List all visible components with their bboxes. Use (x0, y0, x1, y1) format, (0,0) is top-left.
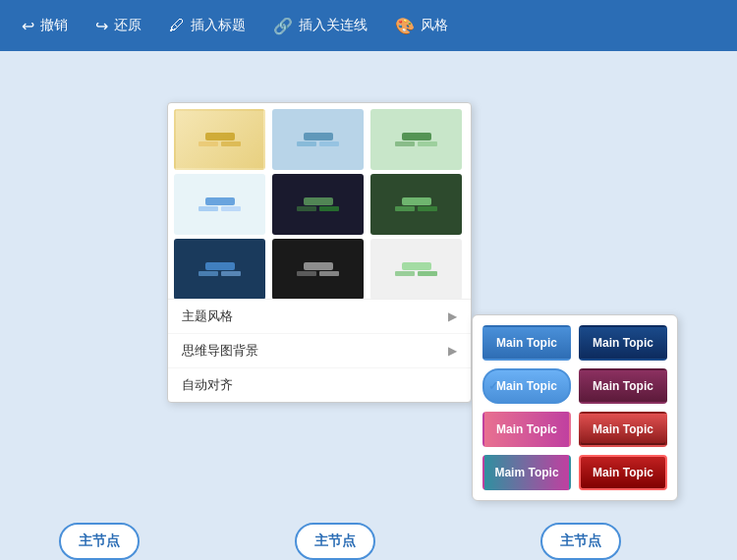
undo-button[interactable]: ↩ 撤销 (10, 11, 80, 41)
main-node-2-label: 主节点 (314, 532, 356, 548)
style-btn-label-8: Main Topic (593, 466, 653, 479)
style-btn-red-3d[interactable]: Main Topic (579, 412, 667, 447)
style-dropdown-panel: 主题风格 ▶ 思维导图背景 ▶ 自动对齐 (167, 102, 472, 403)
undo-label: 撤销 (40, 17, 68, 34)
style-btn-label-7: Maim Topic (494, 466, 558, 479)
style-btn-blue-flat[interactable]: Main Topic (482, 325, 571, 361)
insert-label-button[interactable]: 🖊 插入标题 (157, 11, 257, 40)
insert-connector-icon: 🔗 (273, 17, 293, 35)
redo-label: 还原 (114, 17, 142, 34)
style-btn-label-2: Main Topic (593, 336, 653, 350)
style-btn-label-5: Main Topic (496, 422, 557, 436)
style-icon: 🎨 (395, 17, 415, 35)
style-btn-teal[interactable]: Maim Topic (482, 455, 571, 490)
auto-align-label: 自动对齐 (182, 376, 233, 394)
main-node-3-label: 主节点 (560, 532, 601, 548)
auto-align-menu-item[interactable]: 自动对齐 (168, 368, 471, 402)
style-btn-label-3: Main Topic (496, 379, 557, 393)
undo-icon: ↩ (22, 17, 34, 35)
main-node-1-label: 主节点 (79, 532, 120, 548)
insert-label-icon: 🖊 (169, 17, 185, 34)
theme-thumb-5[interactable] (272, 174, 364, 235)
style-btn-label-6: Main Topic (593, 422, 653, 436)
mindmap-bg-arrow: ▶ (448, 344, 457, 358)
mindmap-bg-label: 思维导图背景 (182, 342, 258, 360)
style-label: 风格 (421, 17, 448, 34)
redo-button[interactable]: ↪ 还原 (84, 11, 153, 41)
main-node-1[interactable]: 主节点 (59, 523, 140, 560)
theme-thumb-8[interactable] (272, 239, 364, 300)
style-btn-maroon[interactable]: Main Topic (579, 368, 667, 404)
style-btn-blue-selected[interactable]: ✓ Main Topic (482, 368, 571, 404)
insert-label-text: 插入标题 (191, 17, 246, 34)
main-node-2[interactable]: 主节点 (295, 523, 375, 560)
theme-style-label: 主题风格 (182, 308, 233, 325)
mindmap-bg-menu-item[interactable]: 思维导图背景 ▶ (168, 334, 471, 368)
theme-thumb-6[interactable] (370, 174, 462, 235)
canvas-area: 主题风格 ▶ 思维导图背景 ▶ 自动对齐 Main Topic Main Top… (0, 51, 737, 560)
toolbar: ↩ 撤销 ↪ 还原 🖊 插入标题 🔗 插入关连线 🎨 风格 (0, 0, 737, 51)
style-btn-pink[interactable]: Main Topic (482, 412, 571, 447)
theme-thumb-2[interactable] (272, 109, 364, 170)
main-node-3[interactable]: 主节点 (540, 523, 621, 560)
thumbnail-grid (168, 103, 471, 300)
style-button[interactable]: 🎨 风格 (383, 11, 460, 41)
style-btn-label-4: Main Topic (593, 379, 653, 393)
style-btn-blue-dark[interactable]: Main Topic (579, 325, 667, 361)
theme-style-menu-item[interactable]: 主题风格 ▶ (168, 300, 471, 334)
insert-connector-button[interactable]: 🔗 插入关连线 (261, 11, 379, 41)
theme-style-arrow: ▶ (448, 309, 457, 323)
redo-icon: ↪ (95, 17, 108, 35)
check-icon: ✓ (488, 379, 498, 393)
style-picker-panel: Main Topic Main Topic ✓ Main Topic Main … (472, 314, 678, 501)
style-btn-red-outline[interactable]: Main Topic (579, 455, 667, 490)
theme-thumb-9[interactable] (370, 239, 462, 300)
theme-thumb-4[interactable] (174, 174, 265, 235)
style-btn-label-1: Main Topic (496, 336, 557, 350)
theme-thumb-3[interactable] (370, 109, 462, 170)
theme-thumb-1[interactable] (174, 109, 265, 170)
theme-thumb-7[interactable] (174, 239, 265, 300)
insert-connector-text: 插入关连线 (299, 17, 368, 34)
